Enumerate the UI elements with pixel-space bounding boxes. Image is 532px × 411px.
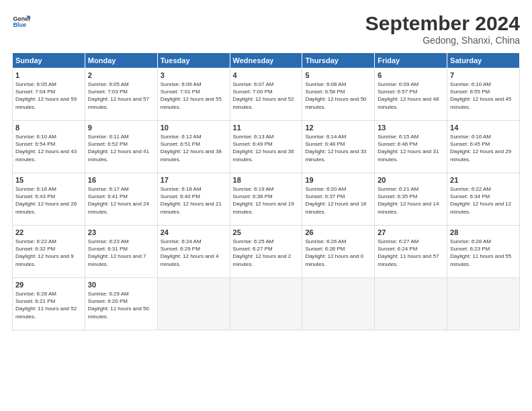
day-cell-empty <box>447 278 520 330</box>
table-row: 22 Sunrise: 6:22 AMSunset: 6:32 PMDaylig… <box>13 226 520 278</box>
day-cell: 5 Sunrise: 6:08 AMSunset: 6:58 PMDayligh… <box>302 68 375 121</box>
table-row: 8 Sunrise: 6:10 AMSunset: 6:54 PMDayligh… <box>13 121 520 173</box>
day-cell: 9 Sunrise: 6:11 AMSunset: 6:52 PMDayligh… <box>85 121 157 173</box>
table-row: 15 Sunrise: 6:16 AMSunset: 6:43 PMDaylig… <box>13 173 520 226</box>
day-cell: 15 Sunrise: 6:16 AMSunset: 6:43 PMDaylig… <box>13 173 85 226</box>
day-cell-empty <box>230 278 302 330</box>
day-cell-empty <box>157 278 230 330</box>
month-title: September 2024 <box>365 12 520 35</box>
day-cell: 14 Sunrise: 6:16 AMSunset: 6:45 PMDaylig… <box>447 121 520 173</box>
calendar-header-row: Sunday Monday Tuesday Wednesday Thursday… <box>13 53 520 68</box>
day-cell: 29 Sunrise: 6:28 AMSunset: 6:21 PMDaylig… <box>13 278 85 330</box>
day-cell: 8 Sunrise: 6:10 AMSunset: 6:54 PMDayligh… <box>13 121 85 173</box>
day-cell: 18 Sunrise: 6:19 AMSunset: 6:38 PMDaylig… <box>230 173 302 226</box>
day-cell: 20 Sunrise: 6:21 AMSunset: 6:35 PMDaylig… <box>375 173 447 226</box>
title-block: September 2024 Gedong, Shanxi, China <box>365 12 520 46</box>
day-cell: 16 Sunrise: 6:17 AMSunset: 6:41 PMDaylig… <box>85 173 157 226</box>
day-cell: 13 Sunrise: 6:15 AMSunset: 6:46 PMDaylig… <box>375 121 447 173</box>
day-cell: 17 Sunrise: 6:18 AMSunset: 6:40 PMDaylig… <box>157 173 230 226</box>
day-cell: 25 Sunrise: 6:25 AMSunset: 6:27 PMDaylig… <box>230 226 302 278</box>
col-tuesday: Tuesday <box>157 53 230 68</box>
day-cell: 12 Sunrise: 6:14 AMSunset: 6:48 PMDaylig… <box>302 121 375 173</box>
day-cell: 21 Sunrise: 6:22 AMSunset: 6:34 PMDaylig… <box>447 173 520 226</box>
col-monday: Monday <box>85 53 157 68</box>
day-cell: 3 Sunrise: 6:06 AMSunset: 7:01 PMDayligh… <box>157 68 230 121</box>
col-saturday: Saturday <box>447 53 520 68</box>
table-row: 29 Sunrise: 6:28 AMSunset: 6:21 PMDaylig… <box>13 278 520 330</box>
day-cell: 24 Sunrise: 6:24 AMSunset: 6:29 PMDaylig… <box>157 226 230 278</box>
day-cell: 22 Sunrise: 6:22 AMSunset: 6:32 PMDaylig… <box>13 226 85 278</box>
day-cell: 23 Sunrise: 6:23 AMSunset: 6:31 PMDaylig… <box>85 226 157 278</box>
svg-text:Blue: Blue <box>13 21 26 28</box>
day-cell: 1 Sunrise: 6:05 AMSunset: 7:04 PMDayligh… <box>13 68 85 121</box>
col-wednesday: Wednesday <box>230 53 302 68</box>
day-cell: 4 Sunrise: 6:07 AMSunset: 7:00 PMDayligh… <box>230 68 302 121</box>
day-cell: 28 Sunrise: 6:28 AMSunset: 6:23 PMDaylig… <box>447 226 520 278</box>
col-thursday: Thursday <box>302 53 375 68</box>
col-friday: Friday <box>375 53 447 68</box>
day-cell: 10 Sunrise: 6:12 AMSunset: 6:51 PMDaylig… <box>157 121 230 173</box>
logo: General Blue <box>12 12 31 31</box>
day-cell: 26 Sunrise: 6:26 AMSunset: 6:26 PMDaylig… <box>302 226 375 278</box>
logo-icon: General Blue <box>12 12 31 31</box>
day-cell-empty <box>375 278 447 330</box>
calendar-table: Sunday Monday Tuesday Wednesday Thursday… <box>12 52 520 330</box>
day-cell: 30 Sunrise: 6:29 AMSunset: 6:20 PMDaylig… <box>85 278 157 330</box>
day-cell: 27 Sunrise: 6:27 AMSunset: 6:24 PMDaylig… <box>375 226 447 278</box>
location: Gedong, Shanxi, China <box>365 35 520 46</box>
day-cell-empty <box>302 278 375 330</box>
header: General Blue September 2024 Gedong, Shan… <box>12 12 520 46</box>
page: General Blue September 2024 Gedong, Shan… <box>0 0 532 411</box>
day-cell: 2 Sunrise: 6:05 AMSunset: 7:03 PMDayligh… <box>85 68 157 121</box>
col-sunday: Sunday <box>13 53 85 68</box>
day-cell: 11 Sunrise: 6:13 AMSunset: 6:49 PMDaylig… <box>230 121 302 173</box>
day-cell: 19 Sunrise: 6:20 AMSunset: 6:37 PMDaylig… <box>302 173 375 226</box>
day-cell: 7 Sunrise: 6:10 AMSunset: 6:55 PMDayligh… <box>447 68 520 121</box>
day-cell: 6 Sunrise: 6:09 AMSunset: 6:57 PMDayligh… <box>375 68 447 121</box>
table-row: 1 Sunrise: 6:05 AMSunset: 7:04 PMDayligh… <box>13 68 520 121</box>
